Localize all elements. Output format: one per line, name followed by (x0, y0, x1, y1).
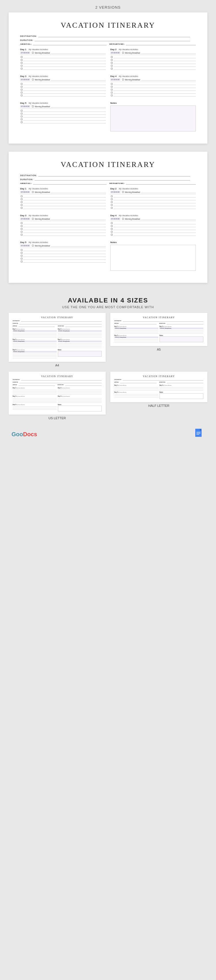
day1-cb5 (21, 65, 22, 67)
v2-day3: Day 3 My Vacation Activities 07:30-8:30 … (20, 214, 106, 236)
day1-label: Day 1 (20, 48, 26, 51)
day3-cb4 (21, 89, 22, 91)
day2-item1: Morning Breakfast (125, 52, 140, 54)
destination-label: DESTINATION: (20, 35, 37, 37)
logo-goo: Goo (11, 431, 23, 438)
day5-item1: Morning Breakfast (35, 105, 50, 108)
day4-cb4 (111, 89, 113, 91)
day1-cb1 (32, 52, 34, 54)
arrival-label-v2: ARRIVAL: (20, 182, 32, 185)
a5-thumb-container: Vacation Itinerary DESTINATION: ARRIVAL:… (110, 313, 207, 367)
day4-cb6 (111, 95, 113, 96)
day4-cb1 (122, 79, 124, 80)
form-fields: DESTINATION: DURATION: ARRIVAL: DEPARTUR… (20, 34, 196, 45)
v2-day4: Day 4 My Vacation Activities 07:30-8:30 … (110, 214, 196, 236)
day5-cb3 (21, 113, 22, 115)
duration-label-v2: DURATION: (20, 178, 33, 180)
version1-card: Vacation Itinerary DESTINATION: DURATION… (9, 13, 207, 143)
day1-line1 (51, 52, 106, 54)
notes-box-v2 (110, 245, 196, 271)
notes-section-v1: Notes (110, 102, 196, 132)
day5-cb6 (21, 121, 22, 123)
day4-label: Day 4 (110, 75, 116, 78)
day3-time: 07:30-8:30 (20, 78, 30, 81)
svg-rect-5 (197, 434, 199, 435)
v2-day1: Day 1 My Vacation Activities 07:30-8:30 … (20, 188, 106, 210)
day2-label: Day 2 (110, 48, 116, 51)
day1-section: Day 1 My Vacation Activities 07:30-8:30 … (20, 48, 106, 70)
notes-label-v1: Notes (110, 102, 196, 104)
version2-card: Vacation Itinerary DESTINATION: DURATION… (9, 152, 207, 283)
day1-cb4 (21, 62, 22, 64)
destination-line-v2 (38, 173, 190, 177)
day3-cb2 (21, 83, 22, 85)
day2-cb5 (111, 65, 113, 67)
day4-activities: My Vacation Activities (119, 75, 138, 77)
half-letter-thumb: Vacation Itinerary DESTINATION: ARRIVAL:… (110, 372, 207, 402)
a5-thumb: Vacation Itinerary DESTINATION: ARRIVAL:… (110, 313, 207, 346)
us-letter-label: US LETTER (9, 416, 106, 420)
mid-section: AVAILABLE IN 4 SIZES USE THE ONE YOU ARE… (0, 291, 216, 313)
arrival-line-v2 (33, 181, 107, 185)
days-grid-v2: Day 1 My Vacation Activities 07:30-8:30 … (20, 188, 196, 238)
day5-cb5 (21, 118, 22, 120)
day3-activities: My Vacation Activities (29, 75, 48, 77)
a5-label: A5 (110, 348, 207, 351)
v2-day5: Day 5 My Vacation Activities 07:30-8:30 … (20, 241, 106, 272)
thumbs-grid: Vacation Itinerary DESTINATION: DURATION… (9, 313, 207, 420)
duration-line (35, 38, 190, 41)
day2-cb3 (111, 59, 113, 61)
days-grid: Day 1 My Vacation Activities 07:30-8:30 … (20, 48, 196, 99)
day3-cb6 (21, 95, 22, 96)
day5-cb2 (21, 110, 22, 111)
day1-time: 07:30-8:30 (20, 52, 30, 54)
goodocs-logo[interactable]: GooDocs (11, 431, 37, 438)
duration-line-v2 (35, 178, 190, 180)
day2-time: 07:30-8:30 (110, 52, 121, 54)
day2-cb6 (111, 68, 113, 70)
day3-cb1 (32, 79, 34, 80)
day2-cb2 (111, 56, 113, 58)
day5-label: Day 5 (20, 102, 26, 104)
day2-cb4 (111, 62, 113, 64)
departure-label-v2: DEPARTURE: (110, 182, 125, 185)
a4-thumb: Vacation Itinerary DESTINATION: DURATION… (9, 313, 106, 362)
footer: GooDocs (0, 423, 216, 445)
day1-activities: My Vacation Activities (29, 48, 48, 51)
us-letter-thumb: Vacation Itinerary DESTINATION: DURATION… (9, 372, 106, 415)
day3-item1: Morning Breakfast (35, 79, 50, 81)
half-letter-label: HALF LETTER (110, 404, 207, 407)
departure-line (126, 42, 196, 45)
page-header: 2 VERSIONS (0, 0, 216, 13)
day5-cb1 (32, 105, 34, 107)
day3-cb5 (21, 92, 22, 94)
day1-cb3 (21, 59, 22, 61)
half-letter-thumb-container: Vacation Itinerary DESTINATION: ARRIVAL:… (110, 372, 207, 420)
docs-icon (194, 428, 205, 440)
day5-section: Day 5 My Vacation Activities 07:30-8:30 … (20, 102, 106, 133)
mid-title: AVAILABLE IN 4 SIZES (0, 297, 216, 304)
day1-cb2 (21, 56, 22, 58)
day4-item1: Morning Breakfast (125, 79, 140, 81)
arrival-label: ARRIVAL: (20, 43, 32, 45)
svg-rect-4 (197, 433, 200, 434)
logo-docs: Docs (23, 431, 37, 438)
day4-time: 07:30-8:30 (110, 78, 121, 81)
day4-section: Day 4 My Vacation Activities 07:30-8:30 … (110, 75, 196, 97)
day3-cb3 (21, 86, 22, 88)
destination-label-v2: DESTINATION: (20, 175, 37, 177)
day4-cb3 (111, 86, 113, 88)
mid-subtitle: USE THE ONE YOU ARE MOST COMFORTABLE WIT… (0, 305, 216, 309)
day3-section: Day 3 My Vacation Activities 07:30-8:30 … (20, 75, 106, 97)
notes-label-v2: Notes (110, 241, 196, 243)
duration-label: DURATION: (20, 39, 33, 41)
day1-item1: Morning Breakfast (35, 52, 50, 54)
day4-cb5 (111, 92, 113, 94)
a4-label: A4 (9, 364, 106, 367)
notes-box-v1 (110, 105, 196, 132)
departure-line-v2 (126, 181, 196, 185)
form-fields-v2: DESTINATION: DURATION: ARRIVAL: DEPARTUR… (20, 173, 196, 185)
day2-activities: My Vacation Activities (119, 48, 138, 51)
day3-label: Day 3 (20, 75, 26, 78)
departure-label: DEPARTURE: (110, 43, 125, 45)
